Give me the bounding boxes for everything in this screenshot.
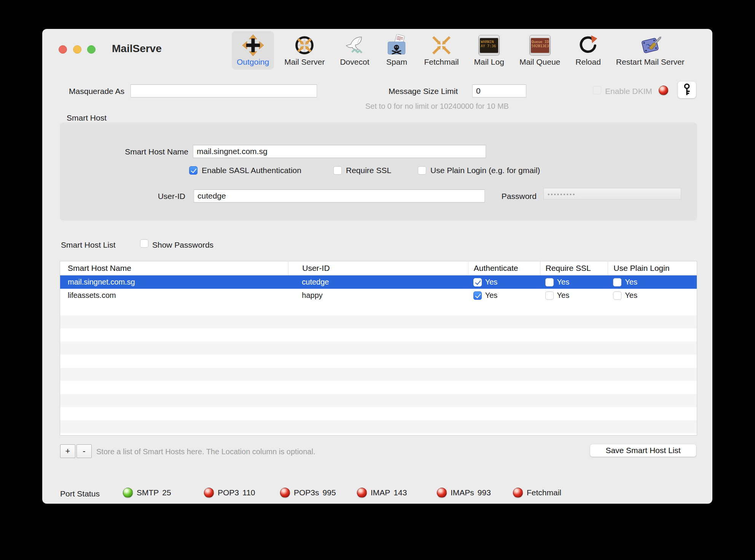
enable-dkim-label: Enable DKIM	[605, 87, 652, 96]
cell-use-plain-login: Yes	[608, 291, 697, 300]
close-window-button[interactable]	[59, 45, 67, 54]
checkbox-cell[interactable]	[545, 291, 554, 300]
checkbox-cell[interactable]	[473, 278, 482, 286]
toolbar-item-label: Mail Server	[284, 57, 325, 67]
toolbar-item-reload[interactable]: Reload	[570, 31, 606, 70]
option-label: Enable SASL Authentication	[202, 166, 301, 175]
yes-label: Yes	[485, 278, 498, 286]
table-empty-row[interactable]	[60, 315, 697, 329]
option-checkbox[interactable]	[333, 166, 342, 175]
port-led-red	[437, 488, 447, 498]
table-empty-row[interactable]	[60, 407, 697, 420]
smart-host-panel: Smart Host Name Enable SASL Authenticati…	[60, 123, 697, 221]
yes-label: Yes	[557, 278, 570, 286]
toolbar-item-label: Mail Log	[474, 57, 504, 67]
show-passwords-checkbox[interactable]	[140, 239, 148, 248]
checkbox-cell[interactable]	[545, 278, 554, 286]
mail-server-icon	[292, 33, 317, 57]
port-number: 25	[162, 488, 171, 497]
toolbar-item-label: Dovecot	[340, 57, 369, 67]
outgoing-arrows-icon	[241, 33, 265, 57]
yes-label: Yes	[625, 291, 637, 300]
zoom-window-button[interactable]	[87, 45, 96, 54]
dove-icon	[342, 33, 367, 57]
add-smart-host-button[interactable]: +	[60, 444, 75, 458]
mailserve-window: MailServe Outgoing Mail Server Dovecot S…	[42, 29, 712, 504]
cell-use-plain-login: Yes	[608, 278, 697, 286]
toolbar-item-label: Outgoing	[237, 57, 269, 67]
toolbar-item-mail-queue[interactable]: Queue ID592B13E3Mail Queue	[514, 31, 565, 70]
screenshot-canvas: MailServe Outgoing Mail Server Dovecot S…	[0, 0, 755, 560]
yes-label: Yes	[557, 291, 570, 300]
password-label: Password	[475, 192, 537, 201]
toolbar-item-mail-server[interactable]: Mail Server	[279, 31, 330, 70]
table-empty-row[interactable]	[60, 355, 697, 368]
port-led-red	[357, 488, 367, 498]
remove-smart-host-button[interactable]: -	[76, 444, 92, 458]
port-item-pop3s: POP3s995	[280, 488, 336, 498]
table-empty-row[interactable]	[60, 368, 697, 381]
toolbar-item-outgoing[interactable]: Outgoing	[232, 31, 274, 70]
user-id-input[interactable]	[194, 189, 485, 202]
option-checkbox[interactable]	[418, 166, 426, 175]
port-item-imaps: IMAPs993	[437, 488, 491, 498]
spam-folder-skull-icon	[384, 33, 409, 57]
reload-icon	[576, 33, 600, 57]
toolbar-item-label: Fetchmail	[424, 57, 459, 67]
checkbox-cell[interactable]	[473, 291, 482, 300]
table-row[interactable]: mail.singnet.com.sgcutedgeYesYesYes	[60, 275, 697, 289]
toolbar-item-fetchmail[interactable]: Fetchmail	[419, 31, 464, 70]
require_ssl-checkbox[interactable]	[545, 278, 554, 286]
use_plain_login-checkbox[interactable]	[613, 291, 621, 300]
password-field[interactable]: •••••••••	[543, 188, 681, 200]
masquerade-as-input[interactable]	[131, 84, 317, 97]
toolbar-item-restart[interactable]: Restart Mail Server	[611, 31, 690, 70]
port-service-name: Fetchmail	[527, 488, 561, 497]
smart-host-table[interactable]: Smart Host NameUser-IDAuthenticateRequir…	[60, 261, 697, 436]
authenticate-checkbox[interactable]	[473, 291, 482, 300]
port-led-red	[513, 488, 523, 498]
checkbox-cell[interactable]	[613, 278, 621, 286]
authenticate-checkbox[interactable]	[473, 278, 482, 286]
port-led-red	[204, 488, 214, 498]
message-size-limit-input[interactable]	[472, 84, 526, 97]
use_plain_login-checkbox[interactable]	[613, 278, 621, 286]
table-empty-row[interactable]	[60, 381, 697, 394]
restart-tools-icon	[638, 33, 663, 57]
option-require-ssl: Require SSL	[333, 166, 391, 175]
toolbar-item-mail-log[interactable]: WARNINAY 7:36 AMail Log	[469, 31, 509, 70]
option-label: Require SSL	[346, 166, 391, 175]
option-use-plain-login-e-g-for-gmail: Use Plain Login (e.g. for gmail)	[418, 166, 540, 175]
table-empty-row[interactable]	[60, 342, 697, 355]
dkim-key-button[interactable]	[677, 81, 696, 99]
message-size-limit-label: Message Size Limit	[389, 87, 458, 96]
toolbar-item-dovecot[interactable]: Dovecot	[335, 31, 374, 70]
toolbar-item-spam[interactable]: Spam	[379, 31, 414, 70]
table-empty-row[interactable]	[60, 302, 697, 315]
smart-host-name-label: Smart Host Name	[67, 147, 188, 156]
option-label: Use Plain Login (e.g. for gmail)	[430, 166, 540, 175]
smart-host-section-label: Smart Host	[67, 113, 107, 123]
port-service-name: IMAP	[371, 488, 390, 497]
cell-user-id: happy	[288, 291, 468, 300]
table-empty-row[interactable]	[60, 328, 697, 342]
smart-host-name-input[interactable]	[193, 145, 486, 158]
cell-user-id: cutedge	[288, 278, 468, 286]
toolbar-item-label: Restart Mail Server	[616, 57, 685, 67]
cell-smart-host-name: lifeassets.com	[60, 291, 288, 300]
require_ssl-checkbox[interactable]	[545, 291, 554, 300]
minimize-window-button[interactable]	[73, 45, 81, 54]
column-header: Smart Host Name	[60, 261, 288, 275]
table-empty-row[interactable]	[60, 394, 697, 407]
option-checkbox[interactable]	[189, 166, 198, 175]
size-limit-help-text: Set to 0 for no limit or 10240000 for 10…	[365, 102, 509, 111]
table-empty-row[interactable]	[60, 420, 697, 434]
yes-label: Yes	[625, 278, 637, 286]
checkbox-cell[interactable]	[613, 291, 621, 300]
table-row[interactable]: lifeassets.comhappyYesYesYes	[60, 289, 697, 302]
dkim-status-led	[659, 86, 668, 95]
cell-require-ssl: Yes	[540, 291, 608, 300]
save-smart-host-list-button[interactable]: Save Smart Host List	[590, 444, 696, 457]
user-id-label: User-ID	[94, 192, 185, 201]
enable-dkim-checkbox[interactable]	[593, 86, 601, 94]
